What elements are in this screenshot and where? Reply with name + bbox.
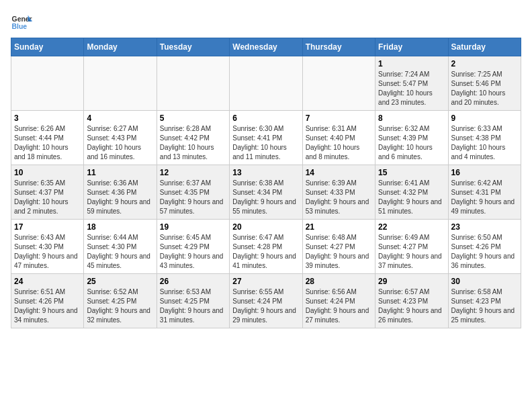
day-number: 28 — [306, 277, 372, 286]
day-info: Sunrise: 6:48 AM Sunset: 4:27 PM Dayligh… — [306, 233, 372, 271]
day-info: Sunrise: 6:52 AM Sunset: 4:25 PM Dayligh… — [87, 287, 153, 325]
calendar-cell: 12Sunrise: 6:37 AM Sunset: 4:35 PM Dayli… — [157, 165, 229, 220]
calendar-cell: 9Sunrise: 6:33 AM Sunset: 4:38 PM Daylig… — [448, 111, 521, 165]
day-number: 10 — [14, 168, 81, 177]
day-info: Sunrise: 6:57 AM Sunset: 4:23 PM Dayligh… — [378, 287, 445, 325]
calendar-week-row: 24Sunrise: 6:51 AM Sunset: 4:26 PM Dayli… — [11, 274, 521, 328]
day-number: 4 — [87, 113, 153, 123]
calendar-cell: 3Sunrise: 6:26 AM Sunset: 4:44 PM Daylig… — [11, 111, 84, 165]
day-number: 27 — [232, 277, 299, 286]
day-info: Sunrise: 6:36 AM Sunset: 4:36 PM Dayligh… — [87, 179, 153, 216]
day-info: Sunrise: 6:58 AM Sunset: 4:23 PM Dayligh… — [451, 287, 518, 325]
day-info: Sunrise: 6:28 AM Sunset: 4:42 PM Dayligh… — [160, 124, 226, 162]
calendar-cell: 14Sunrise: 6:39 AM Sunset: 4:33 PM Dayli… — [302, 165, 375, 220]
calendar-cell — [84, 56, 157, 111]
calendar-cell: 28Sunrise: 6:56 AM Sunset: 4:24 PM Dayli… — [302, 274, 375, 328]
calendar-cell: 13Sunrise: 6:38 AM Sunset: 4:34 PM Dayli… — [230, 165, 302, 220]
day-number: 26 — [160, 277, 226, 286]
calendar-cell: 24Sunrise: 6:51 AM Sunset: 4:26 PM Dayli… — [11, 274, 84, 328]
day-number: 8 — [378, 113, 445, 123]
day-info: Sunrise: 6:43 AM Sunset: 4:30 PM Dayligh… — [14, 233, 81, 271]
calendar-cell: 10Sunrise: 6:35 AM Sunset: 4:37 PM Dayli… — [11, 165, 84, 220]
day-number: 19 — [160, 222, 226, 232]
day-number: 15 — [378, 168, 445, 177]
day-number: 7 — [306, 113, 372, 123]
day-header-saturday: Saturday — [448, 38, 521, 56]
day-info: Sunrise: 6:53 AM Sunset: 4:25 PM Dayligh… — [160, 287, 226, 325]
day-number: 20 — [232, 222, 299, 232]
day-number: 14 — [306, 168, 372, 177]
calendar-cell: 20Sunrise: 6:47 AM Sunset: 4:28 PM Dayli… — [230, 220, 302, 274]
day-info: Sunrise: 6:39 AM Sunset: 4:33 PM Dayligh… — [306, 179, 372, 216]
logo-icon: General Blue — [11, 11, 32, 32]
calendar-week-row: 3Sunrise: 6:26 AM Sunset: 4:44 PM Daylig… — [11, 111, 521, 165]
day-header-friday: Friday — [375, 38, 448, 56]
calendar-cell: 26Sunrise: 6:53 AM Sunset: 4:25 PM Dayli… — [157, 274, 229, 328]
day-info: Sunrise: 6:56 AM Sunset: 4:24 PM Dayligh… — [306, 287, 372, 325]
calendar-cell — [157, 56, 229, 111]
day-number: 17 — [14, 222, 81, 232]
calendar-cell: 4Sunrise: 6:27 AM Sunset: 4:43 PM Daylig… — [84, 111, 157, 165]
day-info: Sunrise: 6:51 AM Sunset: 4:26 PM Dayligh… — [14, 287, 81, 325]
calendar-cell: 22Sunrise: 6:49 AM Sunset: 4:27 PM Dayli… — [375, 220, 448, 274]
day-number: 29 — [378, 277, 445, 286]
calendar-cell — [302, 56, 375, 111]
day-header-sunday: Sunday — [11, 38, 84, 56]
day-info: Sunrise: 7:24 AM Sunset: 5:47 PM Dayligh… — [378, 70, 445, 107]
calendar-header-row: SundayMondayTuesdayWednesdayThursdayFrid… — [11, 38, 521, 56]
calendar-week-row: 1Sunrise: 7:24 AM Sunset: 5:47 PM Daylig… — [11, 56, 521, 111]
day-number: 12 — [160, 168, 226, 177]
calendar-cell: 16Sunrise: 6:42 AM Sunset: 4:31 PM Dayli… — [448, 165, 521, 220]
calendar-cell: 18Sunrise: 6:44 AM Sunset: 4:30 PM Dayli… — [84, 220, 157, 274]
svg-text:Blue: Blue — [12, 23, 28, 30]
day-info: Sunrise: 6:38 AM Sunset: 4:34 PM Dayligh… — [232, 179, 299, 216]
day-number: 23 — [451, 222, 518, 232]
day-info: Sunrise: 6:44 AM Sunset: 4:30 PM Dayligh… — [87, 233, 153, 271]
day-info: Sunrise: 6:35 AM Sunset: 4:37 PM Dayligh… — [14, 179, 81, 216]
calendar-cell: 15Sunrise: 6:41 AM Sunset: 4:32 PM Dayli… — [375, 165, 448, 220]
day-info: Sunrise: 6:42 AM Sunset: 4:31 PM Dayligh… — [451, 179, 518, 216]
calendar-cell: 6Sunrise: 6:30 AM Sunset: 4:41 PM Daylig… — [230, 111, 302, 165]
day-info: Sunrise: 6:30 AM Sunset: 4:41 PM Dayligh… — [232, 124, 299, 162]
calendar-cell: 1Sunrise: 7:24 AM Sunset: 5:47 PM Daylig… — [375, 56, 448, 111]
day-info: Sunrise: 6:50 AM Sunset: 4:26 PM Dayligh… — [451, 233, 518, 271]
day-info: Sunrise: 6:26 AM Sunset: 4:44 PM Dayligh… — [14, 124, 81, 162]
day-info: Sunrise: 6:41 AM Sunset: 4:32 PM Dayligh… — [378, 179, 445, 216]
day-info: Sunrise: 6:32 AM Sunset: 4:39 PM Dayligh… — [378, 124, 445, 162]
calendar-cell: 30Sunrise: 6:58 AM Sunset: 4:23 PM Dayli… — [448, 274, 521, 328]
day-header-monday: Monday — [84, 38, 157, 56]
day-number: 11 — [87, 168, 153, 177]
calendar-cell: 17Sunrise: 6:43 AM Sunset: 4:30 PM Dayli… — [11, 220, 84, 274]
day-number: 1 — [378, 59, 445, 68]
day-info: Sunrise: 6:45 AM Sunset: 4:29 PM Dayligh… — [160, 233, 226, 271]
day-header-tuesday: Tuesday — [157, 38, 229, 56]
calendar-cell — [11, 56, 84, 111]
day-header-thursday: Thursday — [302, 38, 375, 56]
day-info: Sunrise: 6:31 AM Sunset: 4:40 PM Dayligh… — [306, 124, 372, 162]
calendar-cell: 19Sunrise: 6:45 AM Sunset: 4:29 PM Dayli… — [157, 220, 229, 274]
day-header-wednesday: Wednesday — [230, 38, 302, 56]
day-info: Sunrise: 6:27 AM Sunset: 4:43 PM Dayligh… — [87, 124, 153, 162]
day-info: Sunrise: 6:33 AM Sunset: 4:38 PM Dayligh… — [451, 124, 518, 162]
day-number: 2 — [451, 59, 518, 68]
day-number: 16 — [451, 168, 518, 177]
day-number: 24 — [14, 277, 81, 286]
calendar-cell: 25Sunrise: 6:52 AM Sunset: 4:25 PM Dayli… — [84, 274, 157, 328]
calendar-week-row: 17Sunrise: 6:43 AM Sunset: 4:30 PM Dayli… — [11, 220, 521, 274]
calendar-cell — [230, 56, 302, 111]
calendar-cell: 11Sunrise: 6:36 AM Sunset: 4:36 PM Dayli… — [84, 165, 157, 220]
day-info: Sunrise: 6:47 AM Sunset: 4:28 PM Dayligh… — [232, 233, 299, 271]
calendar-cell: 23Sunrise: 6:50 AM Sunset: 4:26 PM Dayli… — [448, 220, 521, 274]
day-number: 30 — [451, 277, 518, 286]
page-header: General Blue — [11, 11, 521, 32]
calendar-cell: 27Sunrise: 6:55 AM Sunset: 4:24 PM Dayli… — [230, 274, 302, 328]
calendar-cell: 2Sunrise: 7:25 AM Sunset: 5:46 PM Daylig… — [448, 56, 521, 111]
logo: General Blue — [11, 11, 32, 32]
calendar: SundayMondayTuesdayWednesdayThursdayFrid… — [11, 38, 521, 328]
calendar-cell: 29Sunrise: 6:57 AM Sunset: 4:23 PM Dayli… — [375, 274, 448, 328]
day-number: 21 — [306, 222, 372, 232]
calendar-week-row: 10Sunrise: 6:35 AM Sunset: 4:37 PM Dayli… — [11, 165, 521, 220]
day-number: 25 — [87, 277, 153, 286]
calendar-cell: 5Sunrise: 6:28 AM Sunset: 4:42 PM Daylig… — [157, 111, 229, 165]
day-info: Sunrise: 6:49 AM Sunset: 4:27 PM Dayligh… — [378, 233, 445, 271]
